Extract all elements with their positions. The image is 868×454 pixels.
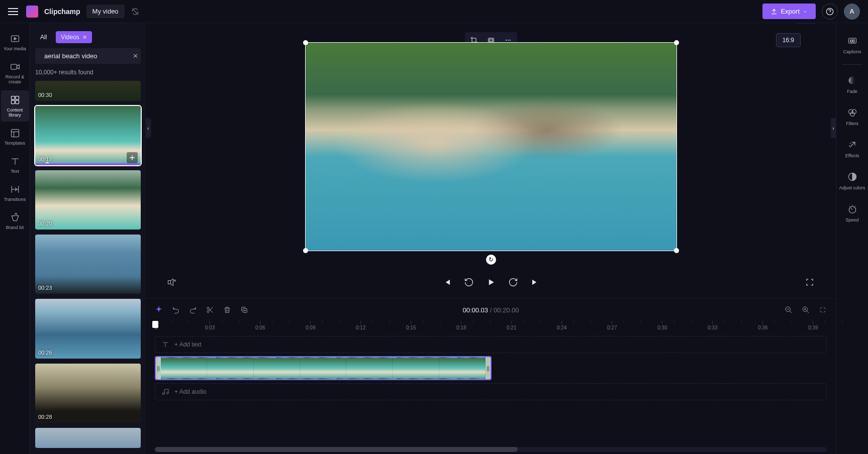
clip-trim-left[interactable]: || <box>156 357 161 379</box>
text-icon <box>10 156 21 167</box>
panel-fade[interactable]: Fade <box>837 70 867 99</box>
scrollbar-thumb[interactable] <box>155 447 518 452</box>
video-thumbnail[interactable]: 00:17 Add to timeline <box>35 106 141 165</box>
panel-captions[interactable]: CC Captions <box>837 30 867 59</box>
user-avatar[interactable]: A <box>844 4 860 20</box>
rotate-handle[interactable]: ↻ <box>486 255 496 265</box>
search-input[interactable] <box>44 52 129 60</box>
clip-trim-right[interactable]: || <box>486 357 491 379</box>
filter-videos[interactable]: Videos ✕ <box>56 31 91 43</box>
collapse-timeline-button[interactable]: ⌄ <box>798 23 816 24</box>
nav-label: Your media <box>4 46 26 51</box>
right-panel: CC Captions Fade Filters Effects Adjust … <box>836 23 868 454</box>
sparkle-icon <box>154 305 163 314</box>
copy-icon <box>240 306 248 314</box>
skip-start-button[interactable] <box>441 276 453 288</box>
zoom-in-button[interactable] <box>801 305 811 315</box>
ruler-mark: 0:33 <box>708 321 717 330</box>
resize-handle[interactable] <box>303 40 308 45</box>
resize-handle[interactable] <box>303 248 308 253</box>
adjust-icon <box>847 171 858 182</box>
svg-point-22 <box>207 310 209 312</box>
add-to-timeline-button[interactable] <box>127 152 138 163</box>
timeline-scrollbar[interactable] <box>155 447 827 452</box>
nav-templates[interactable]: Templates <box>1 124 29 150</box>
detach-audio-button[interactable] <box>166 276 178 288</box>
svg-rect-4 <box>11 96 15 100</box>
timecode: 00:00.03 / 00:20.00 <box>462 306 519 314</box>
time-current: 00:00.03 <box>462 306 488 314</box>
video-clip[interactable]: || || <box>155 356 492 380</box>
delete-button[interactable] <box>222 305 232 315</box>
export-button[interactable]: Export <box>762 4 816 19</box>
nav-brand-kit[interactable]: Brand kit <box>1 208 29 234</box>
nav-content-library[interactable]: Content library <box>1 90 29 122</box>
panel-label: Fade <box>847 89 857 94</box>
svg-rect-8 <box>11 130 19 137</box>
nav-record-create[interactable]: Record & create <box>1 57 29 88</box>
resize-handle[interactable] <box>674 248 679 253</box>
trash-icon <box>223 306 231 314</box>
app-name: Clipchamp <box>44 8 80 16</box>
clear-search-button[interactable]: ✕ <box>133 52 138 60</box>
fit-icon <box>819 306 827 314</box>
left-nav: Your media Record & create Content libra… <box>0 23 30 454</box>
nav-transitions[interactable]: Transitions <box>1 180 29 206</box>
hamburger-menu[interactable] <box>8 6 20 18</box>
close-icon[interactable]: ✕ <box>82 34 87 41</box>
panel-effects[interactable]: Effects <box>837 134 867 163</box>
playhead[interactable] <box>155 321 156 451</box>
transitions-icon <box>10 184 21 195</box>
undo-button[interactable] <box>171 305 181 315</box>
fullscreen-button[interactable] <box>804 276 816 288</box>
aspect-ratio-selector[interactable]: 16:9 <box>776 33 801 47</box>
video-thumbnail[interactable]: 00:28 <box>35 364 141 423</box>
sync-icon <box>131 7 140 16</box>
redo-button[interactable] <box>188 305 198 315</box>
video-thumbnail[interactable]: 00:26 <box>35 299 141 358</box>
panel-label: Speed <box>845 217 858 222</box>
video-thumbnail[interactable]: 00:20 <box>35 170 141 230</box>
panel-adjust-colors[interactable]: Adjust colors <box>837 166 867 195</box>
project-name[interactable]: My video <box>86 5 125 18</box>
panel-filters[interactable]: Filters <box>837 102 867 131</box>
lane-label: + Add text <box>174 341 202 348</box>
zoom-in-icon <box>802 306 810 314</box>
resize-handle[interactable] <box>674 40 679 45</box>
video-thumbnail[interactable]: 00:23 <box>35 235 141 294</box>
timeline-ruler[interactable]: 00:030:060:090:120:150:180:210:240:270:3… <box>146 321 836 333</box>
rewind-button[interactable] <box>463 276 475 288</box>
split-button[interactable] <box>205 305 215 315</box>
video-thumbnail[interactable]: 00:30 <box>35 81 141 101</box>
text-track-lane[interactable]: + Add text <box>155 336 827 353</box>
panel-speed[interactable]: Speed <box>837 198 867 228</box>
zoom-out-button[interactable] <box>784 305 794 315</box>
filters-icon <box>847 107 858 118</box>
scrub-dot[interactable] <box>45 162 49 165</box>
zoom-fit-button[interactable] <box>818 305 828 315</box>
templates-icon <box>10 128 21 139</box>
text-icon <box>161 340 169 349</box>
duplicate-button[interactable] <box>239 305 249 315</box>
chevron-down-icon <box>803 9 808 14</box>
ruler-mark: 0:39 <box>808 321 818 330</box>
play-icon <box>486 277 496 287</box>
audio-track-lane[interactable]: + Add audio <box>155 383 827 400</box>
filter-all[interactable]: All <box>35 31 52 43</box>
search-box[interactable]: ✕ <box>35 48 141 64</box>
help-button[interactable] <box>822 4 838 20</box>
nav-label: Text <box>11 169 19 174</box>
nav-text[interactable]: Text <box>1 152 29 178</box>
preview-canvas[interactable]: ↻ <box>305 42 677 251</box>
redo-icon <box>189 306 197 314</box>
ruler-mark: 0:03 <box>205 321 215 330</box>
play-button[interactable] <box>485 276 497 288</box>
ruler-mark: 0:06 <box>255 321 265 330</box>
nav-your-media[interactable]: Your media <box>1 29 29 55</box>
skip-end-button[interactable] <box>529 276 541 288</box>
forward-button[interactable] <box>507 276 519 288</box>
video-thumbnail[interactable] <box>35 428 141 448</box>
ai-button[interactable] <box>154 305 164 315</box>
duration-label: 00:17 <box>38 156 52 162</box>
preview-area: 16:9 ↻ <box>146 23 836 270</box>
